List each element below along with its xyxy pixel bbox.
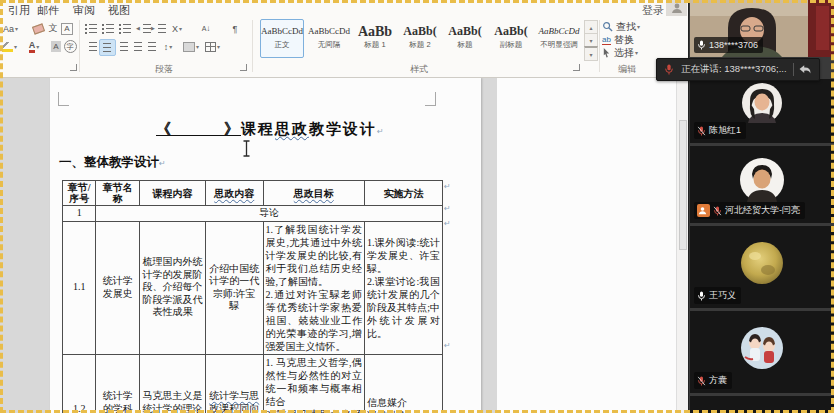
document-area: 《 》课程思政教学设计↵ 一、整体教学设计↵ 章节/序号 章节名称 课程内容 思… — [0, 78, 676, 413]
select-button[interactable]: 选择▾ — [602, 46, 638, 59]
font-color-icon[interactable]: A▾ — [27, 39, 41, 54]
style-chip-title[interactable]: AaBb(标题 — [444, 19, 486, 58]
increase-indent-icon[interactable] — [153, 21, 168, 36]
font-dialog-launcher[interactable] — [70, 64, 77, 71]
method-cell: 信息媒介 课堂讨论 — [364, 354, 442, 413]
character-shading-icon[interactable]: A — [49, 39, 63, 54]
paragraph-dialog-launcher[interactable] — [240, 64, 247, 71]
line-spacing-icon[interactable]: ↕▾ — [161, 39, 175, 54]
avatar — [742, 83, 782, 123]
word-ribbon: 引用 邮件 审阅 视图 登录 Aa▾ 文 A ▾ A▾ A 字 X▾ A↓ ¶ — [0, 0, 689, 78]
section-title-cell: 导论 — [96, 206, 443, 222]
vertical-scrollbar[interactable] — [676, 78, 688, 413]
bullet-list-icon[interactable] — [84, 21, 99, 36]
avatar — [740, 326, 784, 370]
change-case-button[interactable]: Aa▾ — [3, 21, 18, 36]
align-center-icon[interactable] — [99, 39, 116, 56]
paragraph-marks-icon[interactable]: ¶ — [228, 21, 242, 36]
muted-mic-icon — [697, 375, 706, 387]
clear-formatting-icon[interactable] — [31, 21, 45, 36]
mic-icon — [697, 39, 706, 51]
participant-name-tag: 河北经贸大学-闫亮 — [694, 202, 805, 219]
host-badge-icon — [697, 204, 710, 217]
shading-icon[interactable]: ▾ — [183, 39, 199, 54]
participant-video-tile[interactable]: 138****3706 — [690, 0, 834, 57]
participant-tile[interactable]: 方囊 — [690, 311, 834, 393]
scrollbar-thumb[interactable] — [679, 120, 687, 250]
header-cell: 章节/序号 — [63, 181, 96, 206]
styles-gallery-expand-button[interactable]: ▾ — [584, 46, 598, 61]
highlight-color-icon[interactable]: ▾ — [2, 39, 17, 54]
asian-layout-icon[interactable]: X▾ — [170, 21, 184, 36]
styles-scroll-up-button[interactable]: ▴ — [584, 20, 598, 34]
distributed-icon[interactable] — [143, 39, 158, 54]
speaking-mic-icon — [664, 63, 674, 76]
find-button[interactable]: 查找▾ — [602, 20, 640, 33]
style-chip-subtitle[interactable]: AaBb(副标题 — [488, 19, 534, 58]
account-avatar[interactable] — [666, 0, 687, 16]
muted-mic-icon — [713, 205, 722, 217]
tab-references[interactable]: 引用 — [8, 3, 30, 18]
ideology-content-cell: 介绍中国统计学的一代宗师:许宝騄 — [205, 221, 263, 354]
section-seq-cell: 1 — [63, 206, 96, 222]
participant-tile[interactable]: 王巧义 — [690, 226, 834, 308]
ideology-goal-cell: 1. 马克思主义哲学,偶然性与必然性的对立统一和频率与概率相结合 2. 重温马克… — [263, 354, 364, 413]
borders-icon[interactable]: ▾ — [205, 39, 220, 54]
screen: 引用 邮件 审阅 视图 登录 Aa▾ 文 A ▾ A▾ A 字 X▾ A↓ ¶ — [0, 0, 834, 413]
group-divider — [252, 20, 253, 72]
align-left-icon[interactable] — [84, 39, 99, 54]
header-cell: 思政内容 — [205, 181, 263, 206]
sort-icon[interactable]: A↓ — [199, 21, 213, 36]
reply-arrow-icon[interactable] — [798, 64, 812, 75]
margin-corner-mark — [58, 92, 69, 106]
table-section-row: 1 导论 — [63, 206, 443, 222]
speaking-toast[interactable]: 正在讲话: 138****3706;... — [656, 58, 820, 81]
participant-tile[interactable]: 河北经贸大学-闫亮 — [690, 146, 834, 223]
style-chip-heading1[interactable]: AaBb标题 1 — [354, 19, 396, 58]
mic-icon — [697, 290, 706, 302]
style-chip-heading2[interactable]: AaBb(标题 2 — [398, 19, 442, 58]
paragraph-end-mark: ↵ — [444, 219, 451, 228]
page[interactable]: 《 》课程思政教学设计↵ 一、整体教学设计↵ 章节/序号 章节名称 课程内容 思… — [50, 78, 481, 413]
participant-tile-partial[interactable] — [690, 396, 834, 413]
group-divider — [599, 20, 600, 72]
justify-icon[interactable] — [129, 39, 144, 54]
enclose-character-icon[interactable]: 字 — [63, 39, 77, 54]
paragraph-end-mark: ↵ — [444, 182, 451, 191]
ideology-goal-cell: 1.了解我国统计学发展史,尤其通过中外统计学发展史的比较,有利于我们总结历史经验… — [263, 221, 364, 354]
tab-review[interactable]: 审阅 — [73, 3, 95, 18]
styles-dialog-launcher[interactable] — [573, 64, 580, 71]
paragraph-group-label: 段落 — [155, 63, 173, 76]
tab-view[interactable]: 视图 — [108, 3, 130, 18]
speaker-name-tag: 138****3706 — [694, 37, 763, 53]
numbered-list-icon[interactable] — [101, 21, 116, 36]
style-chip-no-spacing[interactable]: AaBbCcDd无间隔 — [306, 19, 352, 58]
signin-link[interactable]: 登录 — [642, 3, 664, 18]
participant-name-tag: 王巧义 — [694, 287, 741, 304]
document-title: 《 》课程思政教学设计↵ — [156, 120, 384, 139]
find-icon — [602, 21, 613, 32]
styles-scroll-down-button[interactable]: ▾ — [584, 33, 598, 47]
multilevel-list-icon[interactable] — [118, 21, 133, 36]
tab-mailings[interactable]: 邮件 — [37, 3, 59, 18]
seq-cell: 1.1 — [63, 221, 96, 354]
muted-mic-icon — [697, 125, 706, 137]
teaching-design-table[interactable]: 章节/序号 章节名称 课程内容 思政内容 思政目标 实施方法 1 导论 1.1 … — [62, 180, 443, 413]
group-divider — [79, 20, 80, 72]
header-cell: 章节名称 — [96, 181, 140, 206]
header-cell: 实施方法 — [364, 181, 442, 206]
page-2[interactable] — [497, 78, 676, 413]
style-chip-normal[interactable]: AaBbCcDd正文 — [260, 19, 304, 58]
replace-button[interactable]: ab 替换 — [602, 33, 634, 46]
phonetic-guide-icon[interactable]: 文 — [46, 21, 60, 36]
table-row: 1.2 统计学的学科性质 马克思主义是统计学的理论基础 统计学与思政课程同向同行… — [63, 354, 443, 413]
seq-cell: 1.2 — [63, 354, 96, 413]
style-chip-subtle-emphasis[interactable]: AaBbCcDd不明显强调 — [536, 19, 582, 58]
select-cursor-icon — [602, 47, 611, 58]
styles-group-label: 样式 — [410, 63, 428, 76]
toast-divider — [793, 63, 794, 76]
participant-tile[interactable]: 陈旭红1 — [690, 79, 834, 143]
align-right-icon[interactable] — [115, 39, 130, 54]
character-border-icon[interactable]: A — [60, 21, 74, 36]
paragraph-end-mark: ↵ — [444, 341, 451, 350]
